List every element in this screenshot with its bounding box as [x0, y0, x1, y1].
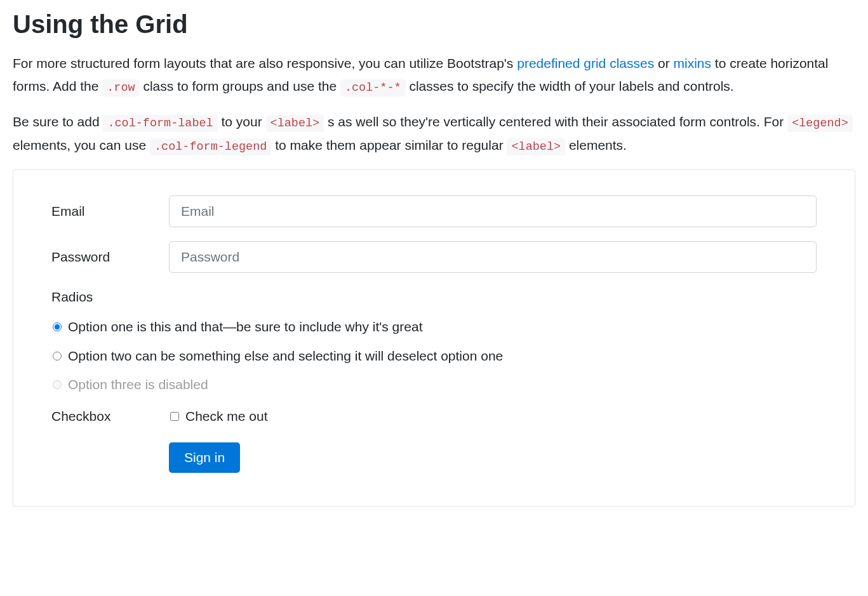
code-col: .col-*-*	[340, 79, 406, 96]
code-col-form-label: .col-form-label	[103, 115, 217, 132]
text: elements.	[565, 138, 627, 152]
text: elements, you can use	[13, 138, 150, 152]
intro-paragraph-1: For more structured form layouts that ar…	[13, 52, 855, 98]
text: to make them appear similar to regular	[271, 138, 507, 152]
code-label-tag-2: <label>	[507, 138, 565, 156]
page-title: Using the Grid	[13, 0, 855, 43]
checkbox-item[interactable]: Check me out	[169, 406, 817, 427]
text: class to form groups and use the	[140, 79, 340, 93]
password-field[interactable]	[169, 241, 817, 273]
text: or	[654, 56, 673, 70]
email-row: Email	[51, 195, 817, 227]
password-label: Password	[51, 247, 169, 267]
radios-legend: Radios	[51, 287, 817, 307]
text: to your	[218, 114, 266, 129]
text: classes to specify the width of your lab…	[406, 79, 734, 93]
example-form-box: Email Password Radios Option one is this…	[13, 169, 855, 507]
checkbox-input[interactable]	[170, 412, 179, 421]
sign-in-button[interactable]: Sign in	[169, 442, 240, 473]
code-col-form-legend: .col-form-legend	[150, 138, 271, 156]
intro-paragraph-2: Be sure to add .col-form-label to your <…	[13, 110, 855, 157]
email-field[interactable]	[169, 195, 817, 227]
predefined-grid-classes-link[interactable]: predefined grid classes	[517, 56, 654, 70]
radio-input-three	[53, 380, 62, 389]
code-legend-tag: <legend>	[787, 115, 853, 132]
radios-group: Radios Option one is this and that—be su…	[51, 287, 817, 395]
radio-option-three: Option three is disabled	[51, 374, 817, 395]
submit-row: Sign in	[51, 442, 817, 473]
checkbox-row: Checkbox Check me out	[51, 406, 817, 427]
text: For more structured form layouts that ar…	[13, 56, 517, 70]
code-label-tag: <label>	[266, 115, 324, 132]
radio-label-one: Option one is this and that—be sure to i…	[68, 317, 423, 337]
radio-option-two[interactable]: Option two can be something else and sel…	[51, 346, 817, 366]
mixins-link[interactable]: mixins	[674, 56, 712, 70]
code-row: .row	[102, 79, 139, 96]
checkbox-section-label: Checkbox	[51, 406, 169, 427]
radio-option-one[interactable]: Option one is this and that—be sure to i…	[51, 317, 817, 337]
password-row: Password	[51, 241, 817, 273]
text: s as well so they're vertically centered…	[324, 114, 787, 129]
radio-input-one[interactable]	[53, 322, 62, 331]
email-label: Email	[51, 201, 169, 222]
radio-input-two[interactable]	[53, 352, 62, 361]
radio-label-three: Option three is disabled	[68, 374, 208, 395]
text: Be sure to add	[13, 114, 103, 129]
checkbox-text: Check me out	[185, 406, 268, 427]
radio-label-two: Option two can be something else and sel…	[68, 346, 503, 366]
